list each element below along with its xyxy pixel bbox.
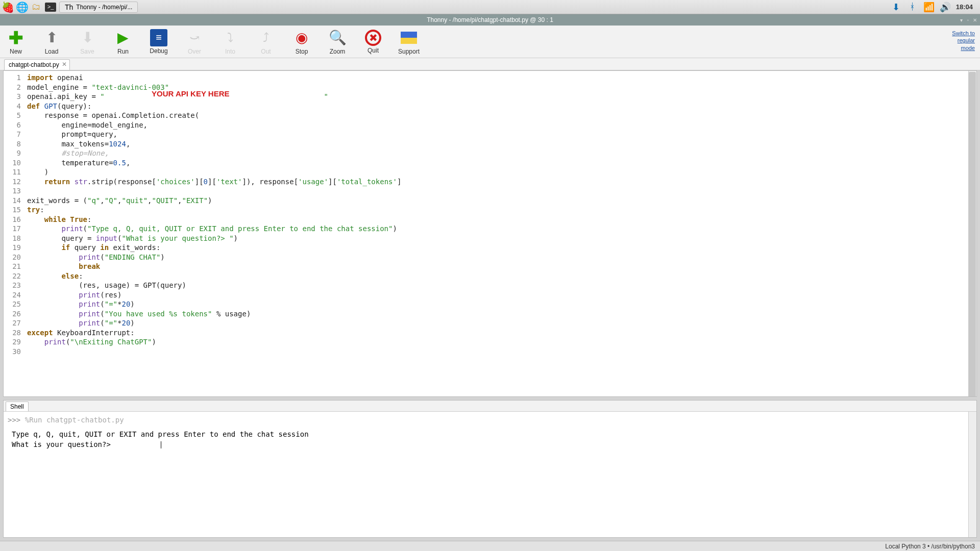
close-button[interactable]: ✕	[973, 17, 977, 23]
load-icon: ⬆	[42, 29, 61, 47]
window-titlebar[interactable]: Thonny - /home/pi/chatgpt-chatbot.py @ 3…	[0, 14, 980, 26]
editor-scrollbar-thumb[interactable]	[969, 72, 976, 397]
over-icon: ⤻	[185, 29, 204, 47]
updates-icon[interactable]: ⬇	[891, 2, 902, 13]
minimize-button[interactable]: ▾	[960, 17, 963, 23]
support-button[interactable]: Support	[398, 29, 420, 55]
out-icon: ⤴	[257, 29, 275, 47]
run-label: Run	[117, 48, 129, 55]
quit-icon: ✖	[365, 30, 381, 46]
over-button: ⤻ Over	[184, 29, 205, 55]
quit-label: Quit	[368, 47, 379, 54]
shell-panel: Shell >>> %Run chatgpt-chatbot.py Type q…	[3, 400, 977, 538]
raspberry-menu-icon[interactable]: 🍓	[2, 2, 13, 13]
over-label: Over	[188, 48, 201, 55]
volume-icon[interactable]: 🔊	[940, 2, 951, 13]
into-label: Into	[225, 48, 235, 55]
line-gutter: 1234567891011121314151617181920212223242…	[4, 71, 24, 396]
debug-icon: ≡	[150, 29, 167, 46]
zoom-label: Zoom	[330, 48, 346, 55]
editor-vertical-scrollbar[interactable]	[968, 71, 976, 396]
quit-button[interactable]: ✖ Quit	[362, 30, 384, 54]
save-button[interactable]: ⬇ Save	[77, 29, 98, 55]
close-tab-icon[interactable]: ✕	[62, 61, 67, 68]
shell-body[interactable]: >>> %Run chatgpt-chatbot.py Type q, Q, q…	[4, 412, 976, 537]
shell-tabstrip: Shell	[4, 400, 976, 412]
out-label: Out	[261, 48, 271, 55]
file-manager-icon[interactable]: 🗂	[31, 2, 42, 13]
statusbar[interactable]: Local Python 3 • /usr/bin/python3	[0, 541, 980, 551]
toolbar: ✚ New ⬆ Load ⬇ Save ▶ Run ≡ Debug ⤻ Over…	[0, 26, 980, 58]
taskbar-app-thonny[interactable]: Th Thonny - /home/pi/...	[59, 2, 138, 13]
out-button: ⤴ Out	[255, 29, 277, 55]
shell-output-line: Type q, Q, quit, QUIT or EXIT and press …	[8, 429, 972, 439]
new-button[interactable]: ✚ New	[5, 29, 27, 55]
api-key-annotation: YOUR API KEY HERE	[152, 89, 230, 98]
run-icon: ▶	[114, 29, 132, 47]
debug-label: Debug	[150, 47, 167, 55]
code-area[interactable]: import openai model_engine = "text-davin…	[24, 71, 401, 396]
load-button[interactable]: ⬆ Load	[41, 29, 62, 55]
thonny-icon: Th	[65, 3, 73, 11]
window-title-text: Thonny - /home/pi/chatgpt-chatbot.py @ 3…	[427, 16, 553, 23]
run-button[interactable]: ▶ Run	[112, 29, 134, 55]
zoom-icon: 🔍	[328, 29, 347, 47]
bluetooth-icon[interactable]: ᚼ	[907, 2, 918, 13]
shell-out2-text: What is your question?>	[12, 440, 115, 448]
load-label: Load	[45, 48, 59, 55]
debug-button[interactable]: ≡ Debug	[148, 29, 169, 55]
os-taskbar: 🍓 🌐 🗂 >_ Th Thonny - /home/pi/... ⬇ ᚼ 📶 …	[0, 0, 980, 14]
taskbar-app-label: Thonny - /home/pi/...	[76, 4, 132, 11]
editor-tabstrip: chatgpt-chatbot.py ✕	[0, 58, 980, 70]
into-icon: ⤵	[221, 29, 239, 47]
wifi-icon[interactable]: 📶	[923, 2, 935, 13]
clock[interactable]: 18:04	[956, 3, 973, 11]
stop-button[interactable]: ◉ Stop	[291, 29, 312, 55]
shell-input-line[interactable]: What is your question?>	[8, 439, 972, 449]
terminal-icon[interactable]: >_	[45, 3, 56, 12]
editor-tab-label: chatgpt-chatbot.py	[9, 61, 59, 68]
switch-mode-link[interactable]: Switch to regular mode	[952, 30, 975, 52]
save-icon: ⬇	[78, 29, 96, 47]
shell-run-cmd-text: %Run chatgpt-chatbot.py	[25, 416, 124, 424]
maximize-button[interactable]: ▫	[967, 17, 969, 23]
stop-icon: ◉	[292, 29, 311, 47]
shell-prompt: >>>	[8, 416, 20, 424]
new-label: New	[10, 48, 22, 55]
web-browser-icon[interactable]: 🌐	[16, 2, 28, 13]
new-icon: ✚	[7, 29, 25, 47]
shell-tab[interactable]: Shell	[6, 402, 29, 411]
editor-tab[interactable]: chatgpt-chatbot.py ✕	[4, 59, 70, 70]
support-icon	[400, 29, 418, 47]
zoom-button[interactable]: 🔍 Zoom	[327, 29, 348, 55]
shell-vertical-scrollbar[interactable]	[968, 412, 976, 537]
interpreter-status: Local Python 3 • /usr/bin/python3	[885, 543, 975, 550]
into-button: ⤵ Into	[219, 29, 241, 55]
save-label: Save	[80, 48, 94, 55]
support-label: Support	[398, 48, 420, 55]
shell-tab-label: Shell	[10, 403, 24, 410]
stop-label: Stop	[296, 48, 308, 55]
editor-pane: 1234567891011121314151617181920212223242…	[3, 70, 977, 397]
